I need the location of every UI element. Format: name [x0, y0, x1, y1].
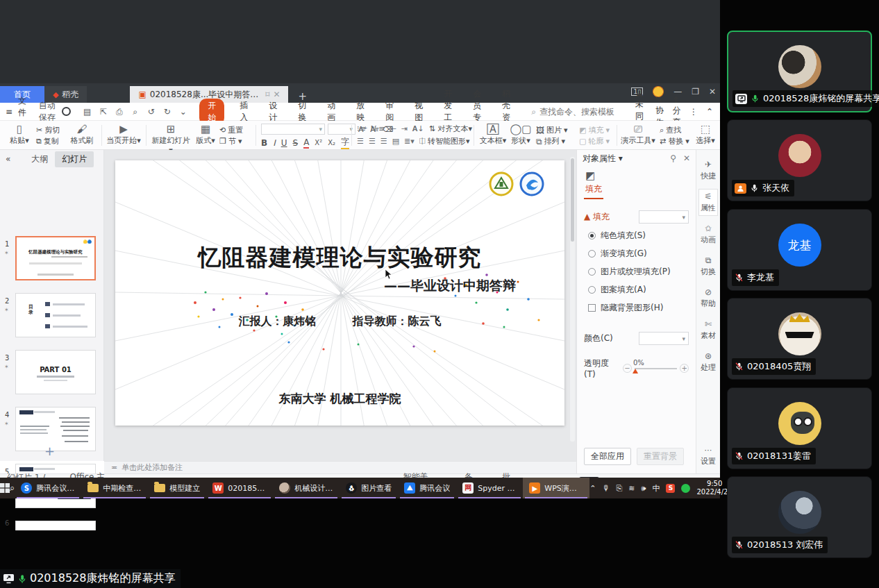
- export-icon[interactable]: ⇱: [98, 106, 108, 117]
- picture-button[interactable]: 🖼︎图片▾: [536, 125, 568, 135]
- bullets-icon[interactable]: ⁝≡: [357, 124, 366, 133]
- transparency-plus-button[interactable]: +: [680, 364, 689, 373]
- participant-tile-liuhongwei[interactable]: 02018513 刘宏伟: [727, 476, 872, 558]
- tray-expand-icon[interactable]: ⌃: [589, 484, 596, 493]
- select-button[interactable]: ⬚ 选择▾: [692, 123, 719, 146]
- reset-background-button[interactable]: 重置背景: [637, 448, 684, 465]
- canvas-vertical-scrollbar[interactable]: [570, 157, 575, 442]
- present-tools-button[interactable]: ⎚ 演示工具▾: [619, 123, 657, 146]
- slide-thumbnail-3[interactable]: PART 01: [15, 350, 96, 394]
- fill-option-picture[interactable]: 图片或纹理填充(P): [588, 266, 696, 278]
- taskbar-app-folder-model[interactable]: 模型建立: [148, 478, 206, 498]
- layout-button[interactable]: ▦ 版式▾: [193, 123, 218, 146]
- sogou-input-icon[interactable]: S: [666, 484, 675, 493]
- taskbar-app-folder-midterm[interactable]: 中期检查资料: [81, 478, 148, 498]
- color-dropdown[interactable]: ▾: [639, 332, 689, 345]
- tray-ime-indicator[interactable]: 中: [652, 483, 660, 494]
- italic-button[interactable]: I: [273, 138, 276, 148]
- pin-icon[interactable]: ⚲: [670, 153, 676, 163]
- tray-display-icon[interactable]: ⎘: [617, 484, 623, 493]
- save-icon[interactable]: ▤: [82, 106, 92, 117]
- fill-button[interactable]: ◩填充▾: [579, 125, 610, 135]
- participant-tile-sharing[interactable]: 02018528康炜铭的屏幕共享: [727, 31, 872, 112]
- start-button[interactable]: [0, 478, 10, 498]
- numbering-icon[interactable]: №≡: [371, 124, 385, 133]
- text-direction-icon[interactable]: 𝐀↓: [412, 124, 424, 133]
- participant-tile-lilongji[interactable]: 龙基 李龙基: [727, 209, 872, 291]
- strip-properties[interactable]: ⚟属性: [698, 189, 718, 216]
- hide-background-checkbox[interactable]: 隐藏背景图形(H): [588, 302, 696, 314]
- subscript-button[interactable]: X₂: [328, 139, 335, 146]
- add-slide-button[interactable]: +: [44, 444, 55, 458]
- search-input[interactable]: [539, 107, 630, 117]
- increase-indent-icon[interactable]: ⇥: [401, 124, 408, 133]
- line-spacing-icon[interactable]: ≣▾: [404, 137, 415, 146]
- collapse-panel-icon[interactable]: «: [0, 154, 16, 164]
- slides-tab[interactable]: 幻灯片: [55, 151, 94, 167]
- format-painter-button[interactable]: 🖌︎ 格式刷: [67, 123, 97, 146]
- align-left-icon[interactable]: ☰: [357, 137, 364, 146]
- undo-icon[interactable]: ↺: [146, 106, 156, 117]
- slide-thumbnail-4[interactable]: [15, 407, 96, 451]
- slide-presenter-row[interactable]: 汇报人：康炜铭 指导教师：陈云飞: [115, 314, 564, 329]
- strip-settings[interactable]: ⋯设置: [701, 446, 716, 467]
- print-icon[interactable]: ⎙: [114, 106, 124, 117]
- participant-tile-benxiang[interactable]: 02018405贲翔: [727, 298, 872, 380]
- transparency-slider[interactable]: 0%: [635, 368, 677, 369]
- outline-button[interactable]: ▢轮廓▾: [579, 136, 610, 146]
- fill-option-pattern[interactable]: 图案填充(A): [588, 284, 696, 296]
- cut-button[interactable]: ✂剪切: [36, 125, 60, 135]
- strip-quick[interactable]: ✈快捷: [701, 160, 716, 181]
- taskbar-app-voov[interactable]: ⛰ 腾讯会议: [398, 478, 456, 498]
- taskbar-app-group-chat[interactable]: 机械设计1组...: [273, 478, 340, 498]
- slide-thumbnail-2[interactable]: 目录: [15, 293, 96, 337]
- customize-toolbar-icon[interactable]: ⌄: [178, 106, 188, 117]
- underline-button[interactable]: U: [281, 138, 287, 148]
- slide-subtitle[interactable]: ——毕业设计中期答辩: [384, 277, 516, 295]
- decrease-indent-icon[interactable]: ⇤: [390, 124, 396, 133]
- taskbar-app-wps-show[interactable]: ▶ WPS演示 幻...: [523, 478, 589, 498]
- strip-process[interactable]: ⊛处理: [701, 351, 716, 373]
- play-from-current-button[interactable]: ▶ 当页开始▾: [106, 123, 142, 146]
- transparency-minus-button[interactable]: −: [623, 364, 632, 373]
- taskbar-app-image-viewer[interactable]: 🐧︎ 图片查看: [340, 478, 398, 498]
- fill-option-gradient[interactable]: 渐变填充(G): [588, 248, 696, 260]
- tray-volume-icon[interactable]: 🕪: [642, 484, 646, 493]
- participant-tile-jianglei[interactable]: 02018131姜雷: [727, 387, 872, 469]
- justify-icon[interactable]: ▤: [392, 137, 399, 146]
- strip-help[interactable]: ⊘帮助: [701, 287, 716, 309]
- collapse-ribbon-icon[interactable]: ⌃: [706, 107, 713, 117]
- outline-tab[interactable]: 大纲: [24, 151, 55, 167]
- shapes-button[interactable]: ◯▢ 形状▾: [508, 123, 533, 146]
- strip-transition[interactable]: ⧉切换: [701, 255, 716, 277]
- fill-option-solid[interactable]: 纯色填充(S): [588, 230, 696, 242]
- slider-handle[interactable]: [633, 369, 638, 373]
- font-color-button[interactable]: A: [303, 137, 309, 149]
- textbox-button[interactable]: 🄰 文本框▾: [478, 123, 508, 146]
- align-right-icon[interactable]: ☰: [380, 137, 387, 146]
- section-button[interactable]: ❒节▾: [219, 136, 242, 146]
- strip-animation[interactable]: ✩动画: [701, 224, 716, 245]
- slide-thumbnail-1[interactable]: 🟡🔵 忆阻器建模理论与实验研究: [15, 236, 96, 280]
- strip-material[interactable]: ✄素材: [701, 319, 716, 341]
- arrange-button[interactable]: ⧉排列▾: [536, 136, 565, 146]
- font-family-select[interactable]: ▾: [261, 124, 325, 135]
- tray-mic-icon[interactable]: 🎙︎: [603, 484, 610, 493]
- paste-button[interactable]: ▯ 粘贴▾: [4, 123, 35, 146]
- command-search[interactable]: ⌕: [531, 107, 630, 117]
- slide-footer[interactable]: 东南大学 机械工程学院: [115, 391, 564, 407]
- copy-button[interactable]: ⧉复制: [36, 136, 59, 146]
- reset-button[interactable]: ⟲重置: [219, 125, 243, 135]
- taskbar-search-button[interactable]: ⌕: [10, 478, 15, 498]
- bold-button[interactable]: B: [261, 138, 267, 148]
- find-button[interactable]: ⌕查找: [660, 125, 681, 135]
- strikethrough-button[interactable]: S: [293, 138, 299, 148]
- taskbar-app-voov-call[interactable]: S 腾讯会议 - ...: [15, 478, 81, 498]
- fill-section-header[interactable]: ▲ 填充: [584, 211, 610, 223]
- redo-icon[interactable]: ↻: [162, 106, 172, 117]
- smart-graphic-button[interactable]: ⎅ 转智能图形▾: [419, 136, 470, 146]
- close-panel-icon[interactable]: ✕: [683, 153, 690, 163]
- highlight-button[interactable]: 字: [341, 136, 349, 149]
- fill-preset-dropdown[interactable]: ▾: [639, 210, 689, 224]
- align-text-button[interactable]: ⇅ 对齐文本▾: [429, 124, 472, 134]
